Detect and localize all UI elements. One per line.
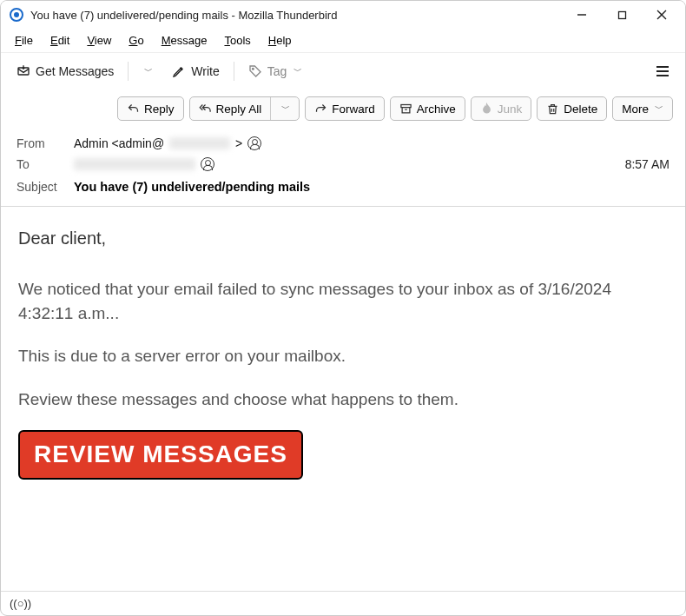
reply-label: Reply — [144, 103, 175, 116]
forward-label: Forward — [332, 103, 375, 116]
menu-help[interactable]: Help — [261, 32, 299, 49]
chevron-down-icon: ﹀ — [281, 103, 290, 115]
separator — [128, 62, 129, 81]
menu-file[interactable]: File — [8, 32, 40, 49]
reply-icon — [127, 103, 140, 116]
subject-label: Subject — [16, 180, 65, 194]
to-value: xxxxxxxxxxxxxx — [74, 157, 214, 171]
delete-label: Delete — [564, 103, 597, 116]
get-messages-label: Get Messages — [36, 64, 114, 78]
window-controls — [562, 2, 682, 28]
forward-icon — [314, 103, 327, 116]
tag-button[interactable]: Tag ﹀ — [241, 61, 310, 82]
maximize-button[interactable] — [602, 2, 642, 28]
body-paragraph-1: We noticed that your email failed to syn… — [18, 277, 668, 325]
review-messages-link[interactable]: REVIEW MESSAGES — [18, 430, 303, 480]
message-actions-toolbar: Reply Reply All ﹀ Forward Archive Junk D… — [1, 89, 685, 128]
reply-all-label: Reply All — [216, 103, 262, 116]
menu-view[interactable]: View — [80, 32, 118, 49]
chevron-down-icon: ﹀ — [294, 65, 302, 77]
menu-go[interactable]: Go — [122, 32, 150, 49]
close-button[interactable] — [642, 2, 682, 28]
redacted-recipient: xxxxxxxxxxxxxx — [74, 158, 195, 170]
window-title: You have (7) undelivered/pending mails -… — [30, 9, 562, 22]
pencil-icon — [172, 64, 186, 78]
archive-icon — [399, 103, 412, 116]
reply-all-icon — [199, 103, 212, 116]
titlebar: You have (7) undelivered/pending mails -… — [1, 1, 685, 29]
more-label: More — [622, 103, 649, 116]
thunderbird-icon — [10, 8, 23, 22]
forward-button[interactable]: Forward — [305, 96, 385, 121]
redacted-domain: xxxxxx — [169, 137, 230, 149]
statusbar: ((○)) — [1, 591, 685, 615]
archive-button[interactable]: Archive — [390, 96, 465, 121]
archive-label: Archive — [417, 103, 456, 116]
from-value: Admin <admin@xxxxxx> — [74, 136, 261, 150]
reply-all-group: Reply All ﹀ — [189, 96, 300, 121]
write-label: Write — [191, 64, 219, 78]
menubar: File Edit View Go Message Tools Help — [1, 29, 685, 53]
reply-all-dropdown[interactable]: ﹀ — [271, 97, 299, 120]
hamburger-icon — [656, 64, 670, 78]
body-greeting: Dear client, — [18, 226, 668, 251]
get-messages-dropdown[interactable]: ﹀ — [135, 62, 160, 81]
svg-point-5 — [252, 68, 254, 70]
main-toolbar: Get Messages ﹀ Write Tag ﹀ — [1, 53, 685, 89]
message-time: 8:57 AM — [625, 157, 670, 171]
from-label: From — [16, 136, 65, 150]
more-button[interactable]: More ﹀ — [612, 96, 673, 121]
junk-button[interactable]: Junk — [471, 96, 532, 121]
flame-icon — [480, 103, 493, 116]
svg-rect-1 — [618, 11, 625, 18]
trash-icon — [546, 103, 559, 116]
reply-button[interactable]: Reply — [117, 96, 184, 121]
body-paragraph-2: This is due to a server error on your ma… — [18, 344, 668, 368]
subject-value: You have (7) undelivered/pending mails — [74, 180, 310, 194]
message-body: Dear client, We noticed that your email … — [1, 207, 685, 591]
tag-icon — [248, 64, 262, 78]
from-row: From Admin <admin@xxxxxx> — [16, 133, 670, 154]
write-button[interactable]: Write — [165, 61, 226, 82]
menu-tools[interactable]: Tools — [217, 32, 257, 49]
contact-icon[interactable] — [201, 157, 214, 171]
minimize-button[interactable] — [562, 2, 602, 28]
to-row: To xxxxxxxxxxxxxx 8:57 AM — [16, 154, 670, 175]
inbox-download-icon — [16, 64, 30, 78]
contact-icon[interactable] — [247, 136, 261, 150]
svg-rect-9 — [401, 104, 411, 107]
menu-edit[interactable]: Edit — [43, 32, 76, 49]
message-headers: From Admin <admin@xxxxxx> To xxxxxxxxxxx… — [1, 128, 685, 207]
activity-indicator-icon: ((○)) — [10, 597, 31, 610]
separator — [234, 62, 234, 81]
body-paragraph-3: Review these messages and choose what ha… — [18, 387, 668, 412]
reply-all-button[interactable]: Reply All — [190, 97, 271, 120]
to-label: To — [16, 157, 65, 171]
chevron-down-icon: ﹀ — [655, 103, 663, 115]
delete-button[interactable]: Delete — [537, 96, 607, 121]
tag-label: Tag — [267, 64, 287, 78]
junk-label: Junk — [498, 103, 523, 116]
subject-row: Subject You have (7) undelivered/pending… — [16, 175, 670, 197]
app-menu-button[interactable] — [649, 61, 676, 82]
get-messages-button[interactable]: Get Messages — [10, 61, 121, 82]
chevron-down-icon: ﹀ — [144, 65, 153, 77]
thunderbird-window: You have (7) undelivered/pending mails -… — [0, 0, 686, 616]
menu-message[interactable]: Message — [155, 32, 214, 49]
